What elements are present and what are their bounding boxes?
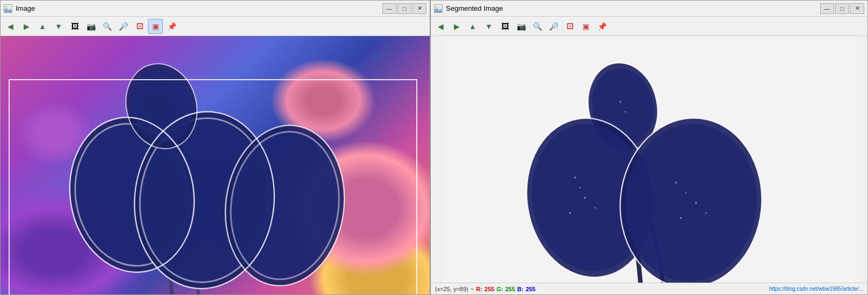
thumbnail-icon: 📷 bbox=[87, 22, 96, 31]
left-minimize-btn[interactable]: — bbox=[382, 3, 396, 14]
left-down-btn[interactable]: ▼ bbox=[51, 19, 66, 34]
up-icon: ▲ bbox=[469, 22, 476, 31]
zoom-out-icon: 🔎 bbox=[119, 22, 128, 31]
left-toolbar: ◀ ▶ ▲ ▼ 🖼 📷 🔍 🔎 ⊡ ▣ 📌 bbox=[1, 17, 430, 36]
r-label: R: bbox=[476, 286, 482, 292]
separator: ~ bbox=[471, 286, 474, 292]
thumbnail-icon: 📷 bbox=[517, 22, 526, 31]
right-title-text: Segmented Image bbox=[446, 4, 503, 12]
zoom-in-icon: 🔍 bbox=[533, 22, 542, 31]
svg-point-20 bbox=[436, 6, 438, 8]
left-title-text: Image bbox=[16, 4, 35, 12]
right-up-btn[interactable]: ▲ bbox=[465, 19, 480, 34]
zoom-in-icon: 🔍 bbox=[103, 22, 112, 31]
left-title-bar: Image — □ ✕ bbox=[1, 1, 430, 17]
coord-text: (x=25, y=89) bbox=[435, 286, 468, 292]
right-pin-btn[interactable]: 📌 bbox=[594, 19, 609, 34]
right-back-btn[interactable]: ◀ bbox=[433, 19, 448, 34]
url-text[interactable]: https://blog.csdn.net/wbw1985/article/..… bbox=[769, 286, 863, 292]
left-fit-btn[interactable]: ⊡ bbox=[132, 19, 147, 34]
left-thumbnail-btn[interactable]: 📷 bbox=[83, 19, 98, 34]
zoom-out-icon: 🔎 bbox=[549, 22, 558, 31]
r-value: 255 bbox=[485, 286, 494, 292]
svg-point-44 bbox=[624, 111, 626, 113]
left-title-left: Image bbox=[4, 4, 35, 13]
down-icon: ▼ bbox=[485, 22, 493, 31]
svg-point-33 bbox=[574, 177, 576, 179]
left-maximize-btn[interactable]: □ bbox=[397, 3, 411, 14]
svg-point-42 bbox=[680, 217, 682, 219]
left-image-area[interactable] bbox=[1, 36, 430, 294]
left-zoom-out-btn[interactable]: 🔎 bbox=[116, 19, 131, 34]
right-maximize-btn[interactable]: □ bbox=[835, 3, 849, 14]
left-back-btn[interactable]: ◀ bbox=[3, 19, 18, 34]
right-plant-svg bbox=[431, 36, 867, 283]
right-close-btn[interactable]: ✕ bbox=[850, 3, 864, 14]
right-fit-btn[interactable]: ⊡ bbox=[562, 19, 577, 34]
right-minimize-btn[interactable]: — bbox=[820, 3, 834, 14]
left-title-controls: — □ ✕ bbox=[382, 3, 426, 14]
b-label: B: bbox=[517, 286, 524, 292]
open-icon: 🖼 bbox=[71, 22, 79, 31]
svg-point-35 bbox=[584, 196, 586, 199]
left-forward-btn[interactable]: ▶ bbox=[19, 19, 34, 34]
left-window-icon bbox=[4, 4, 12, 13]
pin-icon: 📌 bbox=[167, 22, 176, 31]
left-pin-btn[interactable]: 📌 bbox=[164, 19, 179, 34]
down-icon: ▼ bbox=[55, 22, 62, 31]
g-value: 255 bbox=[505, 286, 515, 292]
svg-point-36 bbox=[594, 207, 596, 209]
right-open-btn[interactable]: 🖼 bbox=[497, 19, 513, 34]
crop-icon: ▣ bbox=[152, 22, 159, 31]
left-window: Image — □ ✕ ◀ ▶ ▲ ▼ 🖼 📷 🔍 🔎 bbox=[0, 0, 430, 295]
up-icon: ▲ bbox=[39, 22, 46, 31]
left-close-btn[interactable]: ✕ bbox=[412, 3, 426, 14]
svg-point-40 bbox=[695, 202, 697, 204]
back-icon: ◀ bbox=[438, 22, 444, 31]
back-icon: ◀ bbox=[8, 22, 13, 31]
right-title-controls: — □ ✕ bbox=[820, 3, 864, 14]
left-zoom-in-btn[interactable]: 🔍 bbox=[99, 19, 115, 34]
svg-point-38 bbox=[675, 181, 677, 184]
g-label: G: bbox=[496, 286, 503, 292]
right-zoom-in-btn[interactable]: 🔍 bbox=[530, 19, 545, 34]
left-open-btn[interactable]: 🖼 bbox=[67, 19, 82, 34]
fit-icon: ⊡ bbox=[136, 21, 143, 31]
left-plant-svg bbox=[1, 36, 430, 294]
right-window-icon bbox=[434, 4, 443, 13]
fit-icon: ⊡ bbox=[566, 21, 573, 31]
forward-icon: ▶ bbox=[454, 22, 460, 31]
right-crop-btn[interactable]: ▣ bbox=[578, 19, 593, 34]
pin-icon: 📌 bbox=[597, 22, 607, 31]
open-icon: 🖼 bbox=[501, 22, 509, 31]
right-image-area[interactable] bbox=[431, 36, 867, 283]
svg-point-41 bbox=[706, 212, 707, 214]
left-crop-btn[interactable]: ▣ bbox=[148, 19, 163, 34]
right-down-btn[interactable]: ▼ bbox=[481, 19, 496, 34]
svg-point-2 bbox=[5, 6, 8, 8]
right-forward-btn[interactable]: ▶ bbox=[449, 19, 464, 34]
right-status-bar: (x=25, y=89) ~ R: 255 G: 255 B: 255 http… bbox=[431, 283, 867, 294]
svg-point-43 bbox=[620, 101, 622, 103]
right-title-bar: Segmented Image — □ ✕ bbox=[431, 1, 867, 17]
left-up-btn[interactable]: ▲ bbox=[35, 19, 50, 34]
forward-icon: ▶ bbox=[24, 22, 30, 31]
svg-point-34 bbox=[579, 187, 581, 188]
svg-point-37 bbox=[569, 212, 571, 214]
right-toolbar: ◀ ▶ ▲ ▼ 🖼 📷 🔍 🔎 ⊡ ▣ 📌 bbox=[431, 17, 867, 36]
crop-icon: ▣ bbox=[582, 22, 589, 31]
right-window: Segmented Image — □ ✕ ◀ ▶ ▲ ▼ 🖼 📷 🔍 bbox=[430, 0, 868, 295]
svg-point-39 bbox=[685, 192, 687, 194]
b-value: 255 bbox=[525, 286, 535, 292]
right-zoom-out-btn[interactable]: 🔎 bbox=[546, 19, 561, 34]
right-title-left: Segmented Image bbox=[434, 4, 503, 13]
right-thumbnail-btn[interactable]: 📷 bbox=[514, 19, 529, 34]
